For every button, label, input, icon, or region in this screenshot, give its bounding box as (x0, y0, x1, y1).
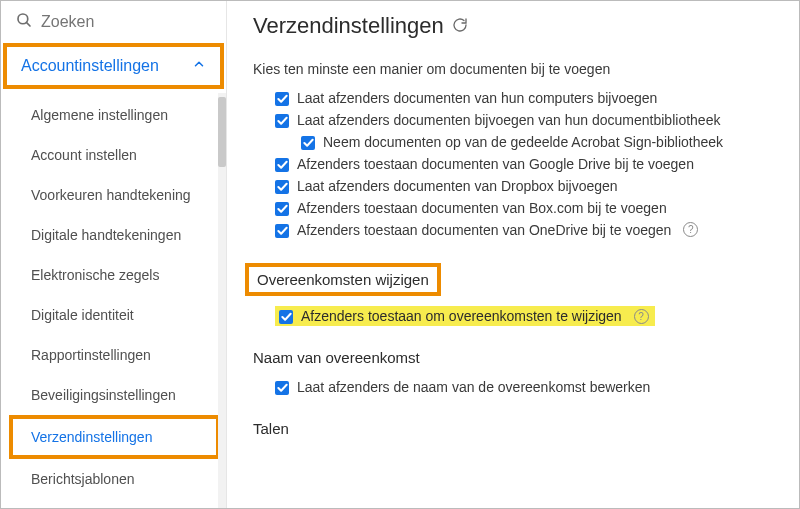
sidebar-item-send-settings[interactable]: Verzendinstellingen (9, 415, 220, 459)
sidebar-item-eseals[interactable]: Elektronische zegels (1, 255, 226, 295)
check-label: Laat afzenders documenten bijvoegen van … (297, 112, 720, 128)
search-icon (15, 11, 33, 33)
check-label: Afzenders toestaan documenten van Google… (297, 156, 694, 172)
checkbox-icon (275, 180, 289, 194)
check-label: Laat afzenders documenten van hun comput… (297, 90, 657, 106)
sidebar-item-digital-id[interactable]: Digitale identiteit (1, 295, 226, 335)
sidebar-item-signature-prefs[interactable]: Voorkeuren handtekening (1, 175, 226, 215)
attach-intro: Kies ten minste een manier om documenten… (253, 61, 777, 77)
checkbox-icon (275, 158, 289, 172)
search-row (1, 1, 226, 43)
check-label: Laat afzenders documenten van Dropbox bi… (297, 178, 618, 194)
help-icon[interactable]: ? (634, 309, 649, 324)
sidebar-item-account-setup[interactable]: Account instellen (1, 135, 226, 175)
check-label: Neem documenten op van de gedeelde Acrob… (323, 134, 723, 150)
help-icon[interactable]: ? (683, 222, 698, 237)
svg-line-1 (26, 22, 30, 26)
search-input[interactable] (41, 13, 212, 31)
heading-modify-agreements: Overeenkomsten wijzigen (245, 263, 441, 296)
scrollbar-thumb[interactable] (218, 97, 226, 167)
attach-options-list: Laat afzenders documenten van hun comput… (275, 87, 777, 241)
refresh-icon[interactable] (452, 13, 468, 39)
sidebar-item-security[interactable]: Beveiligingsinstellingen (1, 375, 226, 415)
check-attach-shared-library[interactable]: Neem documenten op van de gedeelde Acrob… (301, 131, 777, 153)
heading-agreement-name: Naam van overeenkomst (253, 349, 777, 366)
check-edit-agreement-name[interactable]: Laat afzenders de naam van de overeenkom… (275, 376, 777, 398)
nav-scroll: Algemene instellingen Account instellen … (1, 89, 226, 508)
check-attach-box[interactable]: Afzenders toestaan documenten van Box.co… (275, 197, 777, 219)
check-attach-onedrive[interactable]: Afzenders toestaan documenten van OneDri… (275, 219, 777, 241)
checkbox-icon (275, 381, 289, 395)
checkbox-icon (275, 202, 289, 216)
check-attach-library[interactable]: Laat afzenders documenten bijvoegen van … (275, 109, 777, 131)
check-attach-dropbox[interactable]: Laat afzenders documenten van Dropbox bi… (275, 175, 777, 197)
page-title-text: Verzendinstellingen (253, 13, 444, 39)
check-label: Afzenders toestaan documenten van Box.co… (297, 200, 667, 216)
checkbox-icon (275, 114, 289, 128)
check-label: Laat afzenders de naam van de overeenkom… (297, 379, 650, 395)
checkbox-icon (301, 136, 315, 150)
checkbox-icon (275, 92, 289, 106)
accordion-account-settings[interactable]: Accountinstellingen (3, 43, 224, 89)
heading-languages: Talen (253, 420, 777, 437)
page-title: Verzendinstellingen (253, 13, 777, 39)
chevron-up-icon (192, 57, 206, 75)
check-label: Afzenders toestaan documenten van OneDri… (297, 222, 671, 238)
sidebar-item-message-templates[interactable]: Berichtsjablonen (1, 459, 226, 499)
sidebar-item-reports[interactable]: Rapportinstellingen (1, 335, 226, 375)
check-attach-google[interactable]: Afzenders toestaan documenten van Google… (275, 153, 777, 175)
sidebar-item-general[interactable]: Algemene instellingen (1, 95, 226, 135)
sidebar-scrollbar[interactable] (218, 93, 226, 508)
check-label: Afzenders toestaan om overeenkomsten te … (301, 308, 622, 324)
accordion-label: Accountinstellingen (21, 57, 159, 75)
checkbox-icon (275, 224, 289, 238)
checkbox-icon (279, 310, 293, 324)
main-content: Verzendinstellingen Kies ten minste een … (227, 1, 799, 508)
sidebar-item-digital-signatures[interactable]: Digitale handtekeningen (1, 215, 226, 255)
check-allow-modify-agreements[interactable]: Afzenders toestaan om overeenkomsten te … (275, 306, 655, 326)
check-attach-computers[interactable]: Laat afzenders documenten van hun comput… (275, 87, 777, 109)
nav-items: Algemene instellingen Account instellen … (1, 89, 226, 505)
sidebar: Accountinstellingen Algemene instellinge… (1, 1, 227, 508)
